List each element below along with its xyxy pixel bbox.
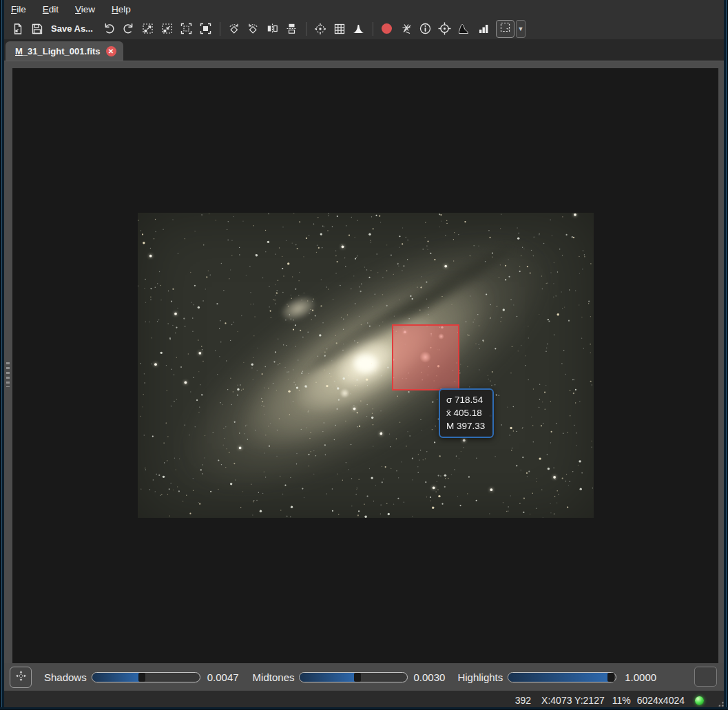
histogram-curve-button[interactable] xyxy=(455,20,474,38)
midtones-slider[interactable] xyxy=(299,672,408,682)
chevron-down-icon: ▼ xyxy=(517,25,523,32)
centroid-icon xyxy=(313,22,327,36)
status-image-size: 6024x4024 xyxy=(637,695,685,706)
statistics-bars-button[interactable] xyxy=(474,20,493,38)
tab-bar: M_31_Light_001.fits ✕ xyxy=(0,39,728,61)
pane-splitter-grip[interactable] xyxy=(6,362,10,387)
status-value: 392 xyxy=(515,695,531,706)
menu-edit[interactable]: Edit xyxy=(43,4,59,14)
selection-tool-icon xyxy=(499,21,511,36)
shadows-label: Shadows xyxy=(44,671,87,683)
stat-sigma: σ 718.54 xyxy=(446,393,485,406)
crop-dashed-button[interactable] xyxy=(177,20,196,38)
pan-mode-button[interactable] xyxy=(10,667,32,688)
target-crosshair-button[interactable] xyxy=(435,20,455,38)
astro-image-m31[interactable]: σ 718.54 x̄ 405.18 M 397.33 xyxy=(138,213,594,518)
photometry-red-dot-icon xyxy=(382,23,392,34)
mirror-horizontal-button[interactable] xyxy=(263,20,282,38)
menu-file[interactable]: File xyxy=(11,4,26,14)
crop-dashed-icon xyxy=(180,22,193,35)
highlights-value: 1.0000 xyxy=(625,671,656,683)
status-cursor-coordinates: X:4073 Y:2127 xyxy=(541,695,605,706)
centroid-button[interactable] xyxy=(311,20,330,38)
mirror-horizontal-icon xyxy=(266,22,279,35)
mirror-vertical-button[interactable] xyxy=(282,20,302,38)
save-icon xyxy=(31,23,43,35)
window-frame-bottom xyxy=(0,707,728,710)
photometry-button[interactable] xyxy=(377,20,397,38)
shadows-slider-handle[interactable] xyxy=(138,673,145,682)
undo-icon xyxy=(103,22,116,35)
app-window: File Edit View Help Save As... xyxy=(0,0,728,710)
starfield-canvas xyxy=(138,213,594,518)
stat-median: M 397.33 xyxy=(446,419,485,432)
highlights-label: Highlights xyxy=(457,671,503,683)
statistics-bars-icon xyxy=(477,23,490,34)
grow-selection-icon xyxy=(141,22,154,35)
grid-icon xyxy=(333,23,346,35)
menu-bar: File Edit View Help xyxy=(0,0,728,18)
histogram-curve-icon xyxy=(457,22,471,35)
highlights-slider-handle[interactable] xyxy=(607,673,614,682)
status-zoom-level: 11% xyxy=(612,695,631,706)
undo-button[interactable] xyxy=(100,20,119,38)
open-file-button[interactable] xyxy=(8,20,28,38)
grid-overlay-button[interactable] xyxy=(330,20,349,38)
mirror-vertical-icon xyxy=(285,22,298,35)
histogram-peak-icon xyxy=(352,23,365,34)
toolbar-separator xyxy=(306,22,306,36)
image-canvas[interactable]: σ 718.54 x̄ 405.18 M 397.33 xyxy=(12,68,718,663)
highlights-slider[interactable] xyxy=(508,672,616,682)
toolbar-separator xyxy=(373,22,373,36)
open-file-icon xyxy=(12,23,24,35)
shrink-selection-button[interactable] xyxy=(158,20,177,38)
information-icon xyxy=(419,22,432,35)
redo-icon xyxy=(122,22,135,35)
save-button[interactable] xyxy=(28,20,47,38)
tab-close-icon[interactable]: ✕ xyxy=(106,46,116,56)
rotate-left-icon xyxy=(247,22,260,35)
selection-rectangle[interactable] xyxy=(392,324,459,390)
target-crosshair-icon xyxy=(437,21,452,36)
display-mode-button[interactable] xyxy=(694,667,717,687)
pan-move-icon xyxy=(14,669,28,685)
window-frame-right xyxy=(724,0,728,710)
tab-label: M_31_Light_001.fits xyxy=(15,46,101,56)
selection-stats-tooltip: σ 718.54 x̄ 405.18 M 397.33 xyxy=(439,388,494,438)
stat-mean: x̄ 405.18 xyxy=(446,406,485,419)
menu-view[interactable]: View xyxy=(75,4,95,14)
star-deselect-button[interactable] xyxy=(397,20,416,38)
rotate-left-button[interactable] xyxy=(244,20,263,38)
midtones-slider-handle[interactable] xyxy=(354,673,361,682)
shadows-value: 0.0047 xyxy=(207,671,239,683)
viewer-area: σ 718.54 x̄ 405.18 M 397.33 xyxy=(0,61,728,663)
rotate-right-icon xyxy=(227,22,240,35)
shadows-slider[interactable] xyxy=(92,672,200,682)
toolbar-separator xyxy=(220,22,220,36)
shrink-selection-icon xyxy=(160,22,174,35)
toolbar: Save As... xyxy=(0,18,728,39)
midtones-label: Midtones xyxy=(253,671,295,683)
window-frame-left xyxy=(0,0,4,710)
grow-selection-button[interactable] xyxy=(138,20,158,38)
midtones-value: 0.0030 xyxy=(413,671,445,683)
tab-m31-light-001[interactable]: M_31_Light_001.fits ✕ xyxy=(6,41,123,61)
selection-tool-dropdown-button[interactable]: ▼ xyxy=(516,20,526,38)
star-deselect-icon xyxy=(399,22,413,36)
menu-help[interactable]: Help xyxy=(112,4,131,14)
redo-button[interactable] xyxy=(119,20,138,38)
information-button[interactable] xyxy=(416,20,435,38)
status-led-icon xyxy=(695,696,704,705)
crop-solid-button[interactable] xyxy=(196,20,216,38)
save-as-button[interactable]: Save As... xyxy=(51,23,93,34)
crop-solid-icon xyxy=(199,22,212,35)
histogram-peak-button[interactable] xyxy=(349,20,368,38)
selection-tool-button[interactable] xyxy=(496,20,514,38)
rotate-right-button[interactable] xyxy=(225,20,244,38)
stretch-slider-bar: Shadows 0.0047 Midtones 0.0030 Highlight… xyxy=(0,663,728,691)
